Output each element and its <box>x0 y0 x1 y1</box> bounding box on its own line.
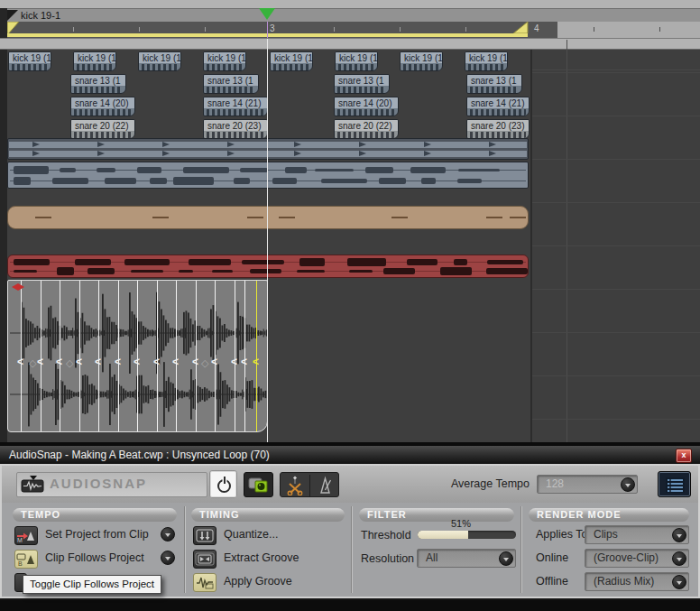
marker-diamond[interactable]: ◇ <box>29 357 36 368</box>
audio-clip[interactable]: kick 19 (1 <box>335 51 378 71</box>
marker-handle[interactable]: < <box>211 356 217 367</box>
resolution-combo[interactable]: All <box>417 549 516 568</box>
quantize-icon[interactable] <box>193 526 216 545</box>
marker-list-button[interactable] <box>658 471 691 497</box>
waveform-blip <box>227 142 235 147</box>
audio-clip[interactable]: kick 19 (1 <box>73 51 116 71</box>
audio-clip[interactable]: kick 19 (1 <box>465 51 508 71</box>
ruler-gutter <box>0 8 7 38</box>
audiosnap-logo-icon <box>21 476 44 494</box>
marker-handle[interactable]: < <box>76 356 82 367</box>
audio-clip[interactable]: snare 20 (22) <box>334 119 399 139</box>
clip-waveform-preview <box>77 64 113 70</box>
audio-clip-tan[interactable] <box>7 206 529 229</box>
applies-to-dropdown[interactable] <box>672 528 686 542</box>
tan-clip-dash <box>279 217 295 218</box>
marker-diamond[interactable]: ◇ <box>66 357 73 368</box>
marker-handle[interactable]: < <box>172 356 179 367</box>
audiosnap-titlebar[interactable]: AudioSnap - Making A Beat.cwp : Unsynced… <box>0 446 700 464</box>
tan-clip-dash <box>391 217 408 218</box>
audio-clip[interactable]: kick 19 (1 <box>138 51 181 71</box>
applies-to-combo[interactable]: Clips <box>585 525 689 544</box>
apply-groove-label[interactable]: Apply Groove <box>224 575 292 588</box>
audio-clip[interactable]: kick 19 (1 <box>8 51 51 71</box>
audio-clip[interactable]: snare 20 (23) <box>466 119 530 139</box>
clip-label: kick 19 (1 <box>139 52 180 63</box>
time-ruler[interactable] <box>557 22 700 38</box>
audio-clip-percussion[interactable] <box>7 138 529 160</box>
marker-handle[interactable]: < <box>37 356 43 367</box>
audio-clip-red[interactable] <box>7 255 529 278</box>
waveform-segment <box>250 269 282 273</box>
audio-clip[interactable]: snare 20 (22) <box>70 119 135 139</box>
now-time-cursor[interactable] <box>267 39 268 442</box>
audio-clip[interactable]: snare 13 (1 <box>70 74 126 94</box>
offline-combo[interactable]: (Radius Mix) <box>585 572 689 591</box>
audio-clip[interactable]: snare 14 (21) <box>203 97 268 116</box>
audio-clip[interactable]: snare 13 (1 <box>203 74 259 94</box>
marker-handle[interactable]: < <box>134 356 140 367</box>
set-project-from-clip-icon[interactable]: M <box>14 526 38 545</box>
marker-handle[interactable]: < <box>192 356 198 367</box>
set-project-dropdown[interactable] <box>161 527 175 542</box>
apply-groove-icon[interactable] <box>193 573 216 592</box>
clip-label: snare 20 (23) <box>467 120 529 131</box>
audiosnap-power-button[interactable] <box>209 470 237 498</box>
resolution-dropdown[interactable] <box>499 551 513 566</box>
marker-handle[interactable]: < <box>115 356 121 367</box>
audio-clip[interactable]: snare 14 (20) <box>334 97 399 116</box>
audio-clip[interactable]: snare 14 (20) <box>70 97 135 116</box>
clip-label: snare 14 (20) <box>71 97 134 108</box>
marker-handle[interactable]: < <box>56 356 62 367</box>
clip-waveform-preview <box>207 64 243 70</box>
quantize-label[interactable]: Quantize... <box>224 528 278 541</box>
clip-waveform-preview <box>470 132 526 138</box>
marker-handle[interactable]: < <box>153 356 160 367</box>
close-button[interactable]: x <box>676 449 692 463</box>
set-project-from-clip-label[interactable]: Set Project from Clip <box>45 528 149 541</box>
marker-handle[interactable]: < <box>241 356 247 367</box>
online-combo[interactable]: (Groove-Clip) <box>585 549 689 568</box>
audiosnap-edited-clip[interactable]: <<<<<<<<<<<<<<◇◇◇ <box>7 280 268 432</box>
clip-waveform-preview <box>337 87 386 93</box>
waveform-segment <box>272 178 297 185</box>
tempo-map-metronome-icon[interactable] <box>315 476 336 495</box>
waveform-segment <box>212 270 233 273</box>
audio-clip[interactable]: snare 14 (21) <box>466 97 530 116</box>
average-tempo-combo[interactable]: 128 <box>537 475 638 494</box>
clip-follows-project-label[interactable]: Clip Follows Project <box>45 551 144 564</box>
extract-groove-icon[interactable] <box>193 550 216 569</box>
waveform-segment <box>14 177 31 185</box>
audio-clip[interactable]: snare 13 (1 <box>334 74 390 94</box>
marker-diamond[interactable]: ◇ <box>201 357 208 368</box>
waveform-blip <box>359 142 366 147</box>
marker-handle[interactable]: < <box>253 356 259 367</box>
marker-handle[interactable]: < <box>231 356 237 367</box>
offline-dropdown[interactable] <box>672 575 686 589</box>
clip-waveform-preview <box>12 64 48 70</box>
waveform-segment <box>347 258 387 266</box>
now-time-marker[interactable] <box>259 8 275 20</box>
average-tempo-dropdown[interactable] <box>621 477 635 492</box>
audio-clip[interactable]: snare 13 (1 <box>466 74 522 94</box>
threshold-slider[interactable] <box>418 531 516 539</box>
clip-follows-dropdown[interactable] <box>161 551 175 565</box>
marker-handle[interactable]: < <box>17 356 23 367</box>
audio-clip-hihat[interactable] <box>7 162 529 189</box>
loop-end-flag[interactable] <box>512 22 529 34</box>
window-top-strip <box>0 0 700 8</box>
clip-waveform-preview <box>468 64 504 70</box>
marker-handle[interactable]: < <box>95 356 101 367</box>
timing-section-header: TIMING <box>191 508 345 522</box>
audio-clip[interactable]: kick 19 (1 <box>400 51 443 71</box>
waveform-segment <box>349 270 372 273</box>
audio-clip[interactable]: snare 20 (23) <box>203 119 268 139</box>
audio-clip[interactable]: kick 19 (1 <box>203 51 246 71</box>
audio-clip[interactable]: kick 19 (1 <box>270 51 313 71</box>
online-dropdown[interactable] <box>672 551 686 566</box>
follow-project-button[interactable] <box>244 472 273 497</box>
split-beats-scissors-icon[interactable] <box>285 476 306 495</box>
clip-follows-project-icon[interactable]: B <box>14 550 38 569</box>
extract-groove-label[interactable]: Extract Groove <box>224 551 299 564</box>
clip-waveform-preview <box>470 87 519 93</box>
